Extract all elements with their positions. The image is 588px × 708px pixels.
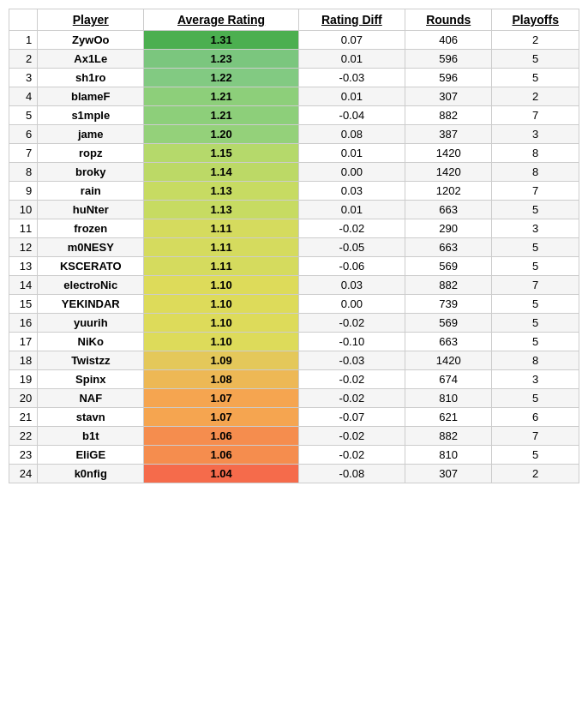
player-cell: frozen bbox=[38, 219, 144, 238]
column-header-0 bbox=[9, 9, 38, 31]
rank-cell: 21 bbox=[9, 408, 38, 427]
table-row: 17NiKo1.10-0.106635 bbox=[9, 333, 579, 351]
rating-diff-cell: 0.03 bbox=[298, 276, 405, 295]
rating-diff-cell: 0.01 bbox=[298, 50, 405, 69]
rounds-cell: 569 bbox=[405, 257, 492, 276]
table-row: 13KSCERATO1.11-0.065695 bbox=[9, 257, 579, 276]
rating-diff-cell: -0.10 bbox=[298, 333, 405, 351]
player-cell: KSCERATO bbox=[38, 257, 144, 276]
avg-rating-cell: 1.11 bbox=[144, 238, 299, 257]
table-row: 23EliGE1.06-0.028105 bbox=[9, 446, 579, 465]
table-row: 5s1mple1.21-0.048827 bbox=[9, 106, 579, 125]
rating-diff-cell: 0.00 bbox=[298, 163, 405, 182]
rank-cell: 3 bbox=[9, 69, 38, 87]
rank-cell: 14 bbox=[9, 276, 38, 295]
table-row: 9rain1.130.0312027 bbox=[9, 182, 579, 201]
avg-rating-cell: 1.21 bbox=[144, 106, 299, 125]
rounds-cell: 810 bbox=[405, 389, 492, 408]
playoffs-cell: 7 bbox=[492, 427, 579, 446]
table-row: 1ZywOo1.310.074062 bbox=[9, 31, 579, 50]
rounds-cell: 1420 bbox=[405, 144, 492, 163]
playoffs-cell: 5 bbox=[492, 295, 579, 314]
table-row: 8broky1.140.0014208 bbox=[9, 163, 579, 182]
rating-diff-cell: -0.02 bbox=[298, 219, 405, 238]
playoffs-cell: 8 bbox=[492, 351, 579, 370]
player-cell: s1mple bbox=[38, 106, 144, 125]
rank-cell: 4 bbox=[9, 87, 38, 106]
table-row: 21stavn1.07-0.076216 bbox=[9, 408, 579, 427]
rank-cell: 6 bbox=[9, 125, 38, 144]
avg-rating-cell: 1.23 bbox=[144, 50, 299, 69]
rounds-cell: 406 bbox=[405, 31, 492, 50]
rank-cell: 17 bbox=[9, 333, 38, 351]
table-row: 3sh1ro1.22-0.035965 bbox=[9, 69, 579, 87]
playoffs-cell: 6 bbox=[492, 408, 579, 427]
rounds-cell: 663 bbox=[405, 333, 492, 351]
player-cell: b1t bbox=[38, 427, 144, 446]
table-row: 7ropz1.150.0114208 bbox=[9, 144, 579, 163]
rank-cell: 24 bbox=[9, 465, 38, 483]
rounds-cell: 569 bbox=[405, 314, 492, 333]
playoffs-cell: 7 bbox=[492, 182, 579, 201]
column-header-1: Player bbox=[38, 9, 144, 31]
playoffs-cell: 7 bbox=[492, 106, 579, 125]
rating-diff-cell: -0.06 bbox=[298, 257, 405, 276]
rank-cell: 16 bbox=[9, 314, 38, 333]
rounds-cell: 663 bbox=[405, 201, 492, 219]
playoffs-cell: 5 bbox=[492, 314, 579, 333]
column-header-3: Rating Diff bbox=[298, 9, 405, 31]
rating-diff-cell: -0.02 bbox=[298, 389, 405, 408]
rating-diff-cell: 0.08 bbox=[298, 125, 405, 144]
rating-diff-cell: -0.05 bbox=[298, 238, 405, 257]
avg-rating-cell: 1.07 bbox=[144, 408, 299, 427]
rank-cell: 22 bbox=[9, 427, 38, 446]
rank-cell: 23 bbox=[9, 446, 38, 465]
rounds-cell: 1420 bbox=[405, 351, 492, 370]
player-cell: Spinx bbox=[38, 370, 144, 389]
table-row: 16yuurih1.10-0.025695 bbox=[9, 314, 579, 333]
player-cell: Twistzz bbox=[38, 351, 144, 370]
rating-diff-cell: 0.00 bbox=[298, 295, 405, 314]
rounds-cell: 739 bbox=[405, 295, 492, 314]
rating-diff-cell: -0.02 bbox=[298, 370, 405, 389]
rounds-cell: 387 bbox=[405, 125, 492, 144]
avg-rating-cell: 1.13 bbox=[144, 201, 299, 219]
rating-diff-cell: -0.03 bbox=[298, 69, 405, 87]
avg-rating-cell: 1.13 bbox=[144, 182, 299, 201]
rating-diff-cell: -0.08 bbox=[298, 465, 405, 483]
rounds-cell: 674 bbox=[405, 370, 492, 389]
avg-rating-cell: 1.10 bbox=[144, 295, 299, 314]
rating-diff-cell: 0.01 bbox=[298, 87, 405, 106]
player-cell: sh1ro bbox=[38, 69, 144, 87]
avg-rating-cell: 1.10 bbox=[144, 276, 299, 295]
avg-rating-cell: 1.20 bbox=[144, 125, 299, 144]
stats-table: PlayerAverage RatingRating DiffRoundsPla… bbox=[9, 9, 579, 483]
rank-cell: 1 bbox=[9, 31, 38, 50]
player-cell: rain bbox=[38, 182, 144, 201]
rank-cell: 15 bbox=[9, 295, 38, 314]
player-cell: yuurih bbox=[38, 314, 144, 333]
rank-cell: 13 bbox=[9, 257, 38, 276]
playoffs-cell: 2 bbox=[492, 31, 579, 50]
rating-diff-cell: -0.07 bbox=[298, 408, 405, 427]
playoffs-cell: 3 bbox=[492, 219, 579, 238]
avg-rating-cell: 1.11 bbox=[144, 257, 299, 276]
playoffs-cell: 8 bbox=[492, 163, 579, 182]
rounds-cell: 621 bbox=[405, 408, 492, 427]
player-cell: blameF bbox=[38, 87, 144, 106]
rank-cell: 7 bbox=[9, 144, 38, 163]
table-row: 11frozen1.11-0.022903 bbox=[9, 219, 579, 238]
avg-rating-cell: 1.06 bbox=[144, 446, 299, 465]
player-cell: jame bbox=[38, 125, 144, 144]
playoffs-cell: 7 bbox=[492, 276, 579, 295]
playoffs-cell: 5 bbox=[492, 257, 579, 276]
playoffs-cell: 3 bbox=[492, 370, 579, 389]
playoffs-cell: 5 bbox=[492, 69, 579, 87]
column-header-4: Rounds bbox=[405, 9, 492, 31]
rounds-cell: 810 bbox=[405, 446, 492, 465]
playoffs-cell: 5 bbox=[492, 201, 579, 219]
player-cell: ropz bbox=[38, 144, 144, 163]
table-row: 20NAF1.07-0.028105 bbox=[9, 389, 579, 408]
rank-cell: 8 bbox=[9, 163, 38, 182]
rating-diff-cell: -0.02 bbox=[298, 446, 405, 465]
